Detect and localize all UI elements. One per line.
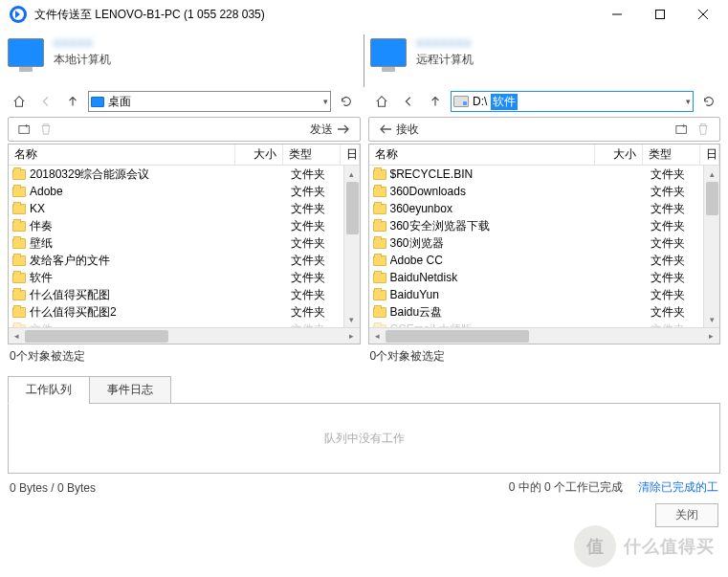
file-type: 文件夹 [645,184,702,200]
folder-icon [373,204,386,214]
table-row[interactable]: KX文件夹2 [9,200,360,217]
folder-icon [12,255,26,266]
local-file-header[interactable]: 名称 大小 类型 日 [9,144,360,166]
new-folder-icon[interactable] [672,122,693,136]
jobs-status: 0 中的 0 个工作已完成 [509,479,623,496]
table-row[interactable]: BaiduNetdisk文件夹2 [369,269,720,286]
col-type[interactable]: 类型 [283,144,341,165]
chevron-down-icon[interactable]: ▾ [323,97,328,106]
delete-icon[interactable] [35,122,56,136]
remote-pc-name: ■■■■■■■ [416,36,474,50]
table-row[interactable]: 什么值得买配图2文件夹2 [9,303,360,321]
remote-navbar: D:\软件 ▾ [370,90,720,117]
home-icon[interactable] [370,91,393,112]
col-date[interactable]: 日 [700,144,719,165]
col-size[interactable]: 大小 [235,144,283,165]
file-name: 360Downloads [390,185,598,198]
receive-button[interactable]: 接收 [375,122,423,138]
col-date[interactable]: 日 [341,144,360,165]
back-icon[interactable] [34,91,57,112]
delete-icon[interactable] [693,122,714,136]
app-icon [10,6,27,23]
refresh-icon[interactable] [335,91,358,112]
tab-queue[interactable]: 工作队列 [8,376,89,404]
table-row[interactable]: 360eyunbox文件夹2 [369,200,720,217]
hscrollbar[interactable]: ◂▸ [369,327,720,344]
refresh-icon[interactable] [697,91,720,112]
home-icon[interactable] [8,91,31,112]
title-bar: 文件传送至 LENOVO-B1-PC (1 055 228 035) [0,0,728,29]
file-name: 壁纸 [30,235,237,252]
table-row[interactable]: 文件文件夹 [9,321,360,327]
desktop-icon [91,97,104,107]
hscrollbar[interactable]: ◂▸ [9,327,360,344]
table-row[interactable]: 20180329综合能源会议文件夹2 [9,166,360,183]
table-row[interactable]: CCEmail 大师版文件夹 [369,321,720,327]
vscrollbar[interactable]: ▴▾ [703,166,719,327]
file-name: $RECYCLE.BIN [390,167,598,181]
new-folder-icon[interactable] [14,122,35,136]
remote-pc-label: 远程计算机 [416,52,474,68]
arrow-left-icon [379,124,392,134]
table-row[interactable]: 360浏览器文件夹2 [369,234,720,252]
tab-log[interactable]: 事件日志 [89,376,171,404]
local-navbar: 桌面 ▾ [8,90,358,117]
folder-icon [373,238,386,249]
watermark-text: 什么值得买 [624,535,715,558]
table-row[interactable]: 软件文件夹2 [9,269,360,286]
file-name: 发给客户的文件 [30,253,237,269]
local-address-bar[interactable]: 桌面 ▾ [88,91,331,112]
col-type[interactable]: 类型 [643,144,700,165]
folder-icon [373,187,386,197]
table-row[interactable]: $RECYCLE.BIN文件夹2 [369,166,720,183]
local-pc-name: ■■■■■ [54,36,111,50]
vscrollbar[interactable]: ▴▾ [343,166,360,327]
table-row[interactable]: 360Downloads文件夹2 [369,183,720,200]
close-dialog-button[interactable]: 关闭 [655,503,718,527]
remote-path-selected: 软件 [491,94,518,110]
remote-file-header[interactable]: 名称 大小 类型 日 [369,144,720,166]
col-size[interactable]: 大小 [595,144,643,165]
remote-file-list[interactable]: 名称 大小 类型 日 $RECYCLE.BIN文件夹2360Downloads文… [368,144,721,344]
remote-address-bar[interactable]: D:\软件 ▾ [451,91,694,112]
col-name[interactable]: 名称 [369,144,596,165]
table-row[interactable]: Baidu云盘文件夹2 [369,303,720,321]
back-icon[interactable] [397,91,420,112]
table-row[interactable]: Adobe文件夹2 [9,183,360,200]
minimize-button[interactable] [595,1,638,28]
arrow-right-icon [337,124,350,134]
file-name: 什么值得买配图2 [30,304,237,321]
file-type: 文件夹 [645,253,702,269]
up-icon[interactable] [424,91,447,112]
file-type: 文件夹 [645,270,702,286]
local-status: 0个对象被选定 [8,344,361,372]
local-toolbar: 发送 [8,117,361,142]
table-row[interactable]: Adobe CC文件夹2 [369,252,720,269]
file-name: 360安全浏览器下载 [390,218,598,234]
clear-completed-link[interactable]: 清除已完成的工 [638,479,718,496]
svg-rect-1 [655,11,664,19]
local-file-list[interactable]: 名称 大小 类型 日 20180329综合能源会议文件夹2Adobe文件夹2KX… [8,144,361,344]
table-row[interactable]: BaiduYun文件夹2 [369,286,720,303]
close-button[interactable] [681,1,724,28]
remote-status: 0个对象被选定 [368,344,721,372]
maximize-button[interactable] [638,1,681,28]
folder-icon [12,169,26,180]
file-type: 文件夹 [645,201,702,217]
file-type: 文件夹 [285,287,342,303]
chevron-down-icon[interactable]: ▾ [686,97,691,106]
table-row[interactable]: 什么值得买配图文件夹2 [9,286,360,303]
file-name: 什么值得买配图 [30,287,237,303]
table-row[interactable]: 壁纸文件夹2 [9,234,360,252]
table-row[interactable]: 360安全浏览器下载文件夹2 [369,217,720,234]
col-name[interactable]: 名称 [9,144,235,165]
up-icon[interactable] [61,91,84,112]
file-type: 文件夹 [285,201,342,217]
table-row[interactable]: 伴奏文件夹2 [9,217,360,234]
file-type: 文件夹 [645,235,702,252]
table-row[interactable]: 发给客户的文件文件夹2 [9,252,360,269]
file-name: 软件 [30,270,237,286]
file-type: 文件夹 [285,253,342,269]
send-button[interactable]: 发送 [306,122,354,138]
file-name: 360浏览器 [390,235,598,252]
